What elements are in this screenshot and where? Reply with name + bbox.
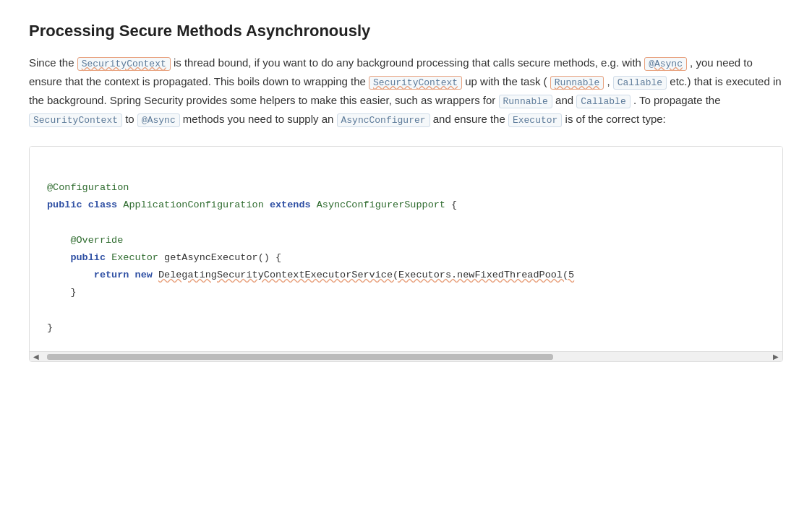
scrollbar-area: ◀ ▶ <box>30 351 782 361</box>
inline-code-runnable-1: Runnable <box>550 76 604 90</box>
inline-code-executor: Executor <box>508 113 562 127</box>
inline-code-runnable-2: Runnable <box>499 95 552 108</box>
inline-code-async-2: @Async <box>137 113 180 127</box>
prose-paragraph: Since the SecurityContext is thread boun… <box>29 53 783 129</box>
inline-code-async-1: @Async <box>644 57 687 71</box>
inline-code-asyncconfigurer: AsyncConfigurer <box>337 113 430 127</box>
code-highlight-delegating: DelegatingSecurityContextExecutorService… <box>158 270 574 280</box>
inline-code-securitycontext-2: SecurityContext <box>369 76 462 90</box>
inline-code-securitycontext-1: SecurityContext <box>77 57 171 71</box>
code-classname-executor: Executor <box>111 252 158 263</box>
inline-code-callable-2: Callable <box>576 95 630 108</box>
page-title: Processing Secure Methods Asynchronously <box>29 22 783 40</box>
code-keyword-new: new <box>135 270 153 280</box>
code-keyword-public-1: public <box>47 199 82 210</box>
scrollbar-right-arrow[interactable]: ▶ <box>771 352 781 362</box>
inline-code-securitycontext-3: SecurityContext <box>29 113 122 127</box>
code-keyword-extends: extends <box>270 199 311 210</box>
code-keyword-return: return <box>94 270 129 280</box>
code-annotation-override: @Override <box>70 235 123 246</box>
code-annotation-config: @Configuration <box>47 182 129 193</box>
inline-code-callable-1: Callable <box>613 76 667 90</box>
code-keyword-public-2: public <box>70 252 106 263</box>
scrollbar-left-arrow[interactable]: ◀ <box>31 352 41 362</box>
code-block[interactable]: @Configuration public class ApplicationC… <box>30 147 782 351</box>
code-classname-appconfig: ApplicationConfiguration <box>123 199 263 210</box>
code-keyword-class: class <box>88 199 118 210</box>
prose-content: Since the SecurityContext is thread boun… <box>29 53 783 129</box>
code-block-wrapper: @Configuration public class ApplicationC… <box>29 146 783 362</box>
code-classname-asyncsupport: AsyncConfigurerSupport <box>317 199 445 210</box>
scrollbar-thumb[interactable] <box>47 354 553 360</box>
